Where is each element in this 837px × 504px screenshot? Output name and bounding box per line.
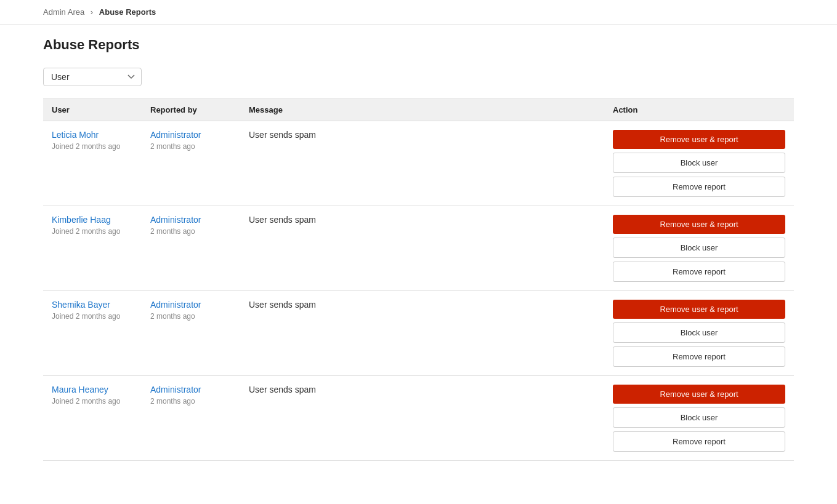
reported-by-name-1: Administrator	[150, 215, 232, 225]
block-user-button-0[interactable]: Block user	[613, 153, 785, 173]
action-cell-0: Remove user & report Block user Remove r…	[604, 121, 794, 206]
message-cell-2: User sends spam	[240, 291, 604, 376]
page-content: Abuse Reports User Message All User Repo…	[0, 25, 837, 473]
user-joined-3: Joined 2 months ago	[52, 397, 133, 406]
reported-by-time-0: 2 months ago	[150, 142, 232, 151]
page-title: Abuse Reports	[43, 37, 794, 53]
action-buttons-3: Remove user & report Block user Remove r…	[613, 385, 785, 452]
user-joined-2: Joined 2 months ago	[52, 312, 133, 321]
reported-by-time-3: 2 months ago	[150, 397, 232, 406]
remove-report-button-1[interactable]: Remove report	[613, 262, 785, 282]
col-header-action: Action	[604, 99, 794, 121]
reported-by-cell-3: Administrator 2 months ago	[142, 376, 240, 461]
user-name-3[interactable]: Maura Heaney	[52, 385, 108, 394]
reported-by-name-2: Administrator	[150, 300, 232, 310]
action-cell-3: Remove user & report Block user Remove r…	[604, 376, 794, 461]
user-cell-2: Shemika Bayer Joined 2 months ago	[43, 291, 142, 376]
breadcrumb-current: Abuse Reports	[99, 7, 156, 17]
action-buttons-2: Remove user & report Block user Remove r…	[613, 300, 785, 367]
breadcrumb-parent[interactable]: Admin Area	[43, 7, 84, 17]
remove-user-report-button-0[interactable]: Remove user & report	[613, 130, 785, 149]
filter-select[interactable]: User Message All	[43, 68, 142, 86]
message-cell-0: User sends spam	[240, 121, 604, 206]
user-name-1[interactable]: Kimberlie Haag	[52, 215, 111, 225]
user-joined-0: Joined 2 months ago	[52, 142, 133, 151]
breadcrumb-separator: ›	[91, 7, 93, 17]
table-row: Kimberlie Haag Joined 2 months ago Admin…	[43, 206, 794, 291]
filter-bar: User Message All	[43, 68, 794, 86]
action-buttons-1: Remove user & report Block user Remove r…	[613, 215, 785, 282]
user-cell-3: Maura Heaney Joined 2 months ago	[43, 376, 142, 461]
reported-by-time-1: 2 months ago	[150, 227, 232, 236]
message-text-0: User sends spam	[249, 130, 316, 140]
block-user-button-3[interactable]: Block user	[613, 407, 785, 428]
message-cell-1: User sends spam	[240, 206, 604, 291]
block-user-button-2[interactable]: Block user	[613, 322, 785, 343]
message-cell-3: User sends spam	[240, 376, 604, 461]
action-cell-2: Remove user & report Block user Remove r…	[604, 291, 794, 376]
reported-by-cell-0: Administrator 2 months ago	[142, 121, 240, 206]
remove-report-button-3[interactable]: Remove report	[613, 431, 785, 452]
table-header-row: User Reported by Message Action	[43, 99, 794, 121]
reported-by-name-3: Administrator	[150, 385, 232, 394]
reported-by-time-2: 2 months ago	[150, 312, 232, 321]
remove-user-report-button-3[interactable]: Remove user & report	[613, 385, 785, 404]
reported-by-cell-2: Administrator 2 months ago	[142, 291, 240, 376]
table-row: Shemika Bayer Joined 2 months ago Admini…	[43, 291, 794, 376]
reported-by-cell-1: Administrator 2 months ago	[142, 206, 240, 291]
table-row: Leticia Mohr Joined 2 months ago Adminis…	[43, 121, 794, 206]
message-text-2: User sends spam	[249, 300, 316, 310]
message-text-3: User sends spam	[249, 385, 316, 394]
user-cell-0: Leticia Mohr Joined 2 months ago	[43, 121, 142, 206]
message-text-1: User sends spam	[249, 215, 316, 225]
col-header-reported-by: Reported by	[142, 99, 240, 121]
action-cell-1: Remove user & report Block user Remove r…	[604, 206, 794, 291]
block-user-button-1[interactable]: Block user	[613, 238, 785, 258]
user-joined-1: Joined 2 months ago	[52, 227, 133, 236]
reported-by-name-0: Administrator	[150, 130, 232, 140]
remove-report-button-2[interactable]: Remove report	[613, 346, 785, 367]
user-name-0[interactable]: Leticia Mohr	[52, 130, 99, 140]
reports-table: User Reported by Message Action Leticia …	[43, 98, 794, 461]
col-header-user: User	[43, 99, 142, 121]
remove-report-button-0[interactable]: Remove report	[613, 177, 785, 197]
col-header-message: Message	[240, 99, 604, 121]
remove-user-report-button-2[interactable]: Remove user & report	[613, 300, 785, 319]
remove-user-report-button-1[interactable]: Remove user & report	[613, 215, 785, 234]
action-buttons-0: Remove user & report Block user Remove r…	[613, 130, 785, 197]
user-name-2[interactable]: Shemika Bayer	[52, 300, 110, 310]
user-cell-1: Kimberlie Haag Joined 2 months ago	[43, 206, 142, 291]
breadcrumb: Admin Area › Abuse Reports	[0, 0, 837, 25]
table-row: Maura Heaney Joined 2 months ago Adminis…	[43, 376, 794, 461]
